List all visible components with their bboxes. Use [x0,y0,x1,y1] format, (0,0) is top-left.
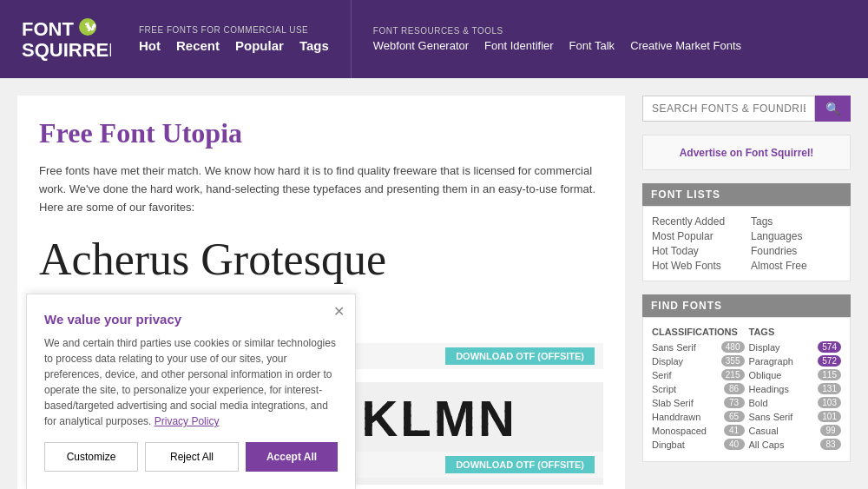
page-title: Free Font Utopia [39,117,603,149]
customize-button[interactable]: Customize [44,442,138,472]
find-item-slab: Slab Serif 73 [652,397,745,408]
find-item-tag-allcaps: All Caps 83 [749,439,842,450]
find-item-display: Display 355 [652,355,745,367]
tag-sansserif-link[interactable]: Sans Serif [749,412,793,422]
find-item-dingbat: Dingbat 40 [652,439,745,450]
classifications-col: CLASSIFICATIONS Sans Serif 480 Display 3… [652,327,745,453]
search-box: 🔍 [642,96,851,122]
nav-webfont[interactable]: Webfont Generator [373,39,469,52]
search-input[interactable] [642,96,815,122]
resources-nav: FONT RESOURCES & TOOLS Webfont Generator… [373,26,741,52]
find-item-tag-oblique: Oblique 115 [749,369,842,380]
accept-all-button[interactable]: Accept All [246,442,338,472]
font-lists-links: Recently Added Tags Most Popular Languag… [642,206,851,281]
header: FONT SQUIRREL 🐿 FREE FONTS FOR COMMERCIA… [0,0,868,78]
advertise-link[interactable]: Advertise on Font Squirrel! [680,147,814,159]
free-fonts-nav: FREE FONTS FOR COMMERCIAL USE Hot Recent… [139,25,329,53]
download-btn-1[interactable]: DOWNLOAD OTF (OFFSITE) [445,347,595,365]
nav-hot[interactable]: Hot [139,38,161,53]
monospaced-link[interactable]: Monospaced [652,426,707,436]
tag-display-count: 574 [818,341,841,353]
handdrawn-link[interactable]: Handdrawn [652,412,700,422]
free-fonts-links: Hot Recent Popular Tags [139,38,329,53]
slab-serif-link[interactable]: Slab Serif [652,398,694,408]
monospaced-count: 41 [724,425,745,436]
tag-casual-link[interactable]: Casual [749,426,779,436]
find-item-tag-casual: Casual 99 [749,425,842,436]
tag-casual-count: 99 [820,425,841,436]
tag-headings-link[interactable]: Headings [749,384,789,394]
tag-allcaps-link[interactable]: All Caps [749,439,785,450]
cookie-close-button[interactable]: ✕ [333,303,345,320]
svg-text:🐿: 🐿 [84,20,96,34]
font-lists-section: FONT LISTS Recently Added Tags Most Popu… [642,183,851,281]
sans-serif-link[interactable]: Sans Serif [652,342,696,353]
serif-link[interactable]: Serif [652,370,672,380]
find-item-sans: Sans Serif 480 [652,341,745,353]
link-languages[interactable]: Languages [751,230,841,242]
dingbat-count: 40 [724,439,745,450]
dingbat-link[interactable]: Dingbat [652,439,685,450]
cookie-banner: ✕ We value your privacy We and certain t… [26,294,356,489]
find-item-handdrawn: Handdrawn 65 [652,411,745,422]
tags-title: TAGS [749,327,842,337]
tag-display-link[interactable]: Display [749,342,780,353]
sans-serif-count: 480 [721,341,745,353]
cookie-text: We and certain third parties use cookies… [44,335,338,429]
tag-oblique-link[interactable]: Oblique [749,370,782,380]
link-almost-free[interactable]: Almost Free [751,260,841,272]
page-description: Free fonts have met their match. We know… [39,162,603,216]
svg-text:SQUIRREL: SQUIRREL [22,39,111,61]
nav-popular[interactable]: Popular [235,38,284,53]
nav-divider [351,0,352,78]
privacy-policy-link[interactable]: Privacy Policy [155,415,220,427]
font-lists-title: FONT LISTS [642,183,851,206]
find-item-monospaced: Monospaced 41 [652,425,745,436]
link-tags[interactable]: Tags [751,215,841,228]
link-hot-web-fonts[interactable]: Hot Web Fonts [652,260,742,272]
tag-bold-link[interactable]: Bold [749,398,768,408]
search-button[interactable]: 🔍 [815,96,851,122]
nav-tags[interactable]: Tags [299,38,329,53]
resources-links: Webfont Generator Font Identifier Font T… [373,39,741,52]
find-item-tag-bold: Bold 103 [749,397,842,408]
link-foundries[interactable]: Foundries [751,245,841,257]
find-fonts-grid: CLASSIFICATIONS Sans Serif 480 Display 3… [642,317,851,462]
tag-oblique-count: 115 [818,369,841,380]
find-item-tag-paragraph: Paragraph 572 [749,355,842,367]
resources-label: FONT RESOURCES & TOOLS [373,26,741,36]
tag-paragraph-link[interactable]: Paragraph [749,356,793,367]
nav-recent[interactable]: Recent [176,38,220,53]
find-fonts-title: FIND FONTS [642,294,851,317]
link-hot-today[interactable]: Hot Today [652,245,742,257]
find-item-tag-headings: Headings 131 [749,383,842,394]
logo[interactable]: FONT SQUIRREL 🐿 [17,11,113,68]
cookie-title: We value your privacy [44,312,338,327]
advertise-box: Advertise on Font Squirrel! [642,135,851,170]
find-fonts-section: FIND FONTS CLASSIFICATIONS Sans Serif 48… [642,294,851,462]
tag-sansserif-count: 101 [818,411,841,422]
script-link[interactable]: Script [652,384,676,394]
tag-headings-count: 131 [818,383,841,394]
reject-all-button[interactable]: Reject All [145,442,239,472]
nav-identifier[interactable]: Font Identifier [484,39,554,52]
script-count: 86 [724,383,745,394]
slab-count: 73 [724,397,745,408]
cookie-buttons: Customize Reject All Accept All [44,442,338,472]
tag-paragraph-count: 572 [818,355,841,367]
display-count: 355 [721,355,745,367]
handdrawn-count: 65 [724,411,745,422]
nav-fonttalk[interactable]: Font Talk [569,39,615,52]
find-item-serif: Serif 215 [652,369,745,380]
svg-text:FONT: FONT [22,18,74,40]
tag-bold-count: 103 [818,397,841,408]
display-link[interactable]: Display [652,356,683,367]
classifications-title: CLASSIFICATIONS [652,327,745,337]
sidebar: 🔍 Advertise on Font Squirrel! FONT LISTS… [642,96,851,489]
link-recently-added[interactable]: Recently Added [652,215,742,228]
nav-creative[interactable]: Creative Market Fonts [630,39,741,52]
link-most-popular[interactable]: Most Popular [652,230,742,242]
download-btn-2[interactable]: DOWNLOAD OTF (OFFSITE) [445,456,595,473]
tag-allcaps-count: 83 [820,439,841,450]
find-item-script: Script 86 [652,383,745,394]
